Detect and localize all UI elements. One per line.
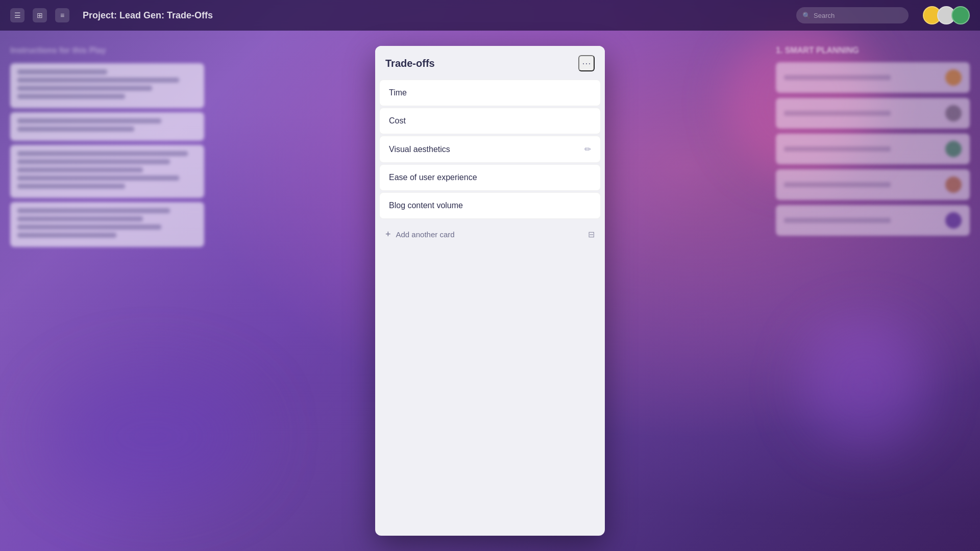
grid-icon[interactable]: ⊞ (33, 8, 47, 22)
card-time[interactable]: Time (379, 80, 601, 106)
board: Instructions for this Play (0, 31, 980, 551)
card-ease-ux[interactable]: Ease of user experience (379, 164, 601, 191)
right-line (784, 182, 891, 187)
right-card-5 (776, 205, 970, 236)
blurred-card-4 (10, 202, 204, 247)
search-bar[interactable]: 🔍 Search (796, 7, 909, 23)
right-card-1 (776, 62, 970, 93)
add-card-button[interactable]: + Add another card ⊟ (375, 221, 605, 248)
card-ease-label: Ease of user experience (389, 173, 477, 182)
blurred-line (17, 208, 170, 213)
template-icon: ⊟ (588, 230, 595, 239)
left-column-content (10, 63, 204, 247)
blurred-line (17, 167, 143, 172)
blurred-line (17, 224, 161, 230)
add-card-left: + Add another card (385, 229, 455, 240)
blurred-line (17, 184, 125, 189)
card-visual-aesthetics[interactable]: Visual aesthetics ✏ (379, 136, 601, 163)
blurred-line (17, 127, 134, 132)
right-column-content (776, 62, 970, 236)
panel-menu-button[interactable]: ⋯ (578, 55, 595, 71)
right-line (784, 111, 891, 116)
right-line (784, 146, 891, 152)
search-placeholder: Search (814, 12, 835, 19)
card-blog-label: Blog content volume (389, 201, 463, 210)
right-column-title: 1. SMART PLANNING (776, 46, 970, 55)
right-card-2 (776, 98, 970, 129)
blurred-line (17, 233, 116, 238)
panel-title: Trade-offs (385, 58, 435, 69)
blurred-line (17, 69, 107, 74)
card-blog-content[interactable]: Blog content volume (379, 192, 601, 219)
edit-icon: ✏ (584, 144, 591, 154)
blurred-line (17, 216, 143, 221)
panel-header: Trade-offs ⋯ (375, 46, 605, 80)
add-card-label: Add another card (396, 230, 455, 239)
blurred-line (17, 159, 170, 164)
right-column: 1. SMART PLANNING (776, 46, 970, 536)
card-cost[interactable]: Cost (379, 108, 601, 134)
blurred-line (17, 78, 179, 83)
avatar-3 (951, 6, 970, 24)
right-avatar-4 (945, 177, 962, 193)
blurred-line (17, 94, 125, 99)
right-card-3 (776, 134, 970, 164)
left-column-title: Instructions for this Play (10, 46, 204, 55)
right-line (784, 218, 891, 223)
right-card-4 (776, 169, 970, 200)
blurred-line (17, 86, 152, 91)
card-time-label: Time (389, 88, 407, 97)
tradeoffs-panel: Trade-offs ⋯ Time Cost Visual aesthetics… (375, 46, 605, 536)
list-icon[interactable]: ≡ (55, 8, 69, 22)
blurred-line (17, 176, 179, 181)
page-title: Project: Lead Gen: Trade-Offs (83, 10, 788, 21)
blurred-line (17, 151, 188, 156)
blurred-card-2 (10, 112, 204, 141)
card-visual-label: Visual aesthetics (389, 145, 450, 154)
blurred-card-3 (10, 145, 204, 198)
right-avatar-1 (945, 69, 962, 86)
blurred-card-1 (10, 63, 204, 108)
search-icon: 🔍 (802, 12, 811, 19)
right-avatar-5 (945, 212, 962, 229)
topbar: ☰ ⊞ ≡ Project: Lead Gen: Trade-Offs 🔍 Se… (0, 0, 980, 31)
avatar-group (927, 6, 970, 24)
right-line (784, 75, 891, 80)
plus-icon: + (385, 229, 391, 240)
center-column: Trade-offs ⋯ Time Cost Visual aesthetics… (214, 46, 766, 536)
right-avatar-2 (945, 105, 962, 121)
menu-icon[interactable]: ☰ (10, 8, 24, 22)
left-column: Instructions for this Play (10, 46, 204, 536)
card-cost-label: Cost (389, 116, 406, 126)
blurred-line (17, 118, 161, 123)
right-avatar-3 (945, 141, 962, 157)
